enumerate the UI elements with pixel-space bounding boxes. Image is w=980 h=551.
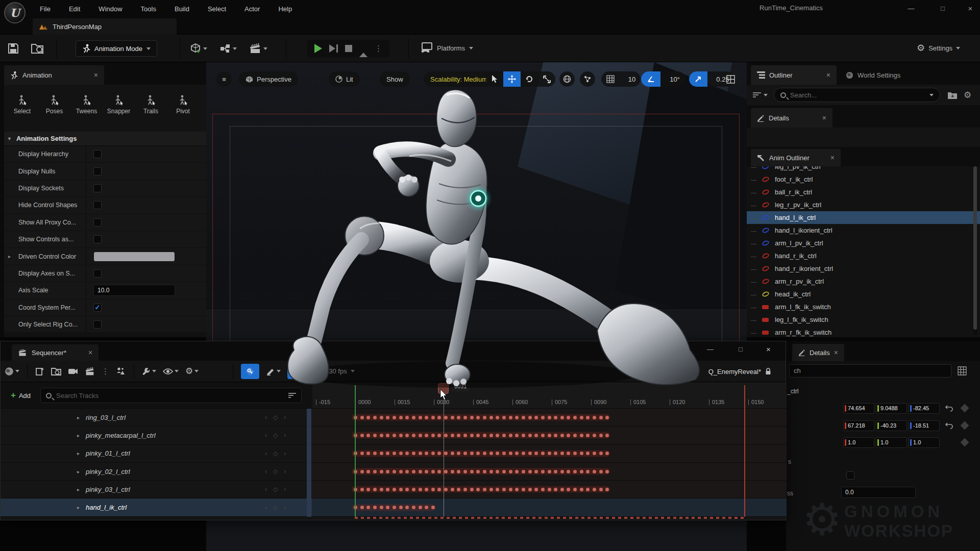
play-options-menu[interactable]: ⋮ [375,44,382,53]
sequence-browse-dropdown[interactable] [5,367,19,376]
chevron-right-icon[interactable]: ▸ [77,433,80,438]
keyframe-dot[interactable] [593,434,596,437]
keyframe-dot[interactable] [463,416,467,419]
keyframe-dot[interactable] [386,416,389,419]
next-key-icon[interactable]: › [284,414,286,421]
value-box[interactable]: -18.51 [909,420,940,431]
keyframe-dot[interactable] [457,470,460,473]
track-header[interactable]: ▸pinky_02_l_ctrl‹◇› [1,463,312,480]
scrollbar[interactable] [973,166,977,335]
playback-end-marker[interactable] [744,385,745,517]
keyframe-dot[interactable] [580,470,583,473]
close-button[interactable]: × [963,3,978,14]
keyframe-dot[interactable] [502,416,506,419]
tool-button-poses[interactable]: Poses [38,90,70,129]
stop-button[interactable] [345,45,352,52]
keyframe-dot[interactable] [451,470,454,473]
keyframe-dot[interactable] [522,470,525,473]
surface-snapping-toggle[interactable] [580,71,595,87]
keyframe-dot[interactable] [509,470,512,473]
keyframe-dot[interactable] [405,470,409,473]
tab-world-settings[interactable]: World Settings [840,65,937,85]
menu-actor[interactable]: Actor [237,3,267,15]
prev-key-icon[interactable]: ‹ [265,450,267,457]
track-header[interactable]: ▸hand_l_ik_ctrl‹◇› [1,498,312,516]
scale-tool-button[interactable] [538,71,555,87]
keyframe-dot[interactable] [419,470,422,473]
add-key-icon[interactable]: ◇ [273,486,278,493]
close-icon[interactable]: × [834,348,838,357]
grid-snap-control[interactable]: 10 [601,71,641,87]
tab-outliner[interactable]: Outliner × [751,65,837,85]
create-asset-button[interactable] [35,367,44,376]
keyframe-dot[interactable] [580,452,583,455]
keyframe-dot[interactable] [489,452,493,455]
cinematics-dropdown[interactable] [249,43,267,54]
close-icon[interactable]: × [88,348,92,357]
step-forward-button[interactable] [329,44,338,53]
track-timeline[interactable] [312,498,787,516]
keyframe-dot[interactable] [399,434,403,437]
keyframe-dot[interactable] [419,434,422,437]
keyframe-dot[interactable] [451,452,454,455]
keyframe-dot[interactable] [380,434,383,437]
select-tool-button[interactable] [486,71,503,87]
value-box[interactable]: 1.0 [876,437,907,448]
setting-checkbox[interactable] [93,184,102,192]
keyframe-dot[interactable] [444,488,448,491]
keyframe-dot[interactable] [425,470,428,473]
track-row-pinky_metacarpal_l_ctrl[interactable]: ▸pinky_metacarpal_l_ctrl‹◇› [1,427,787,444]
eject-button[interactable] [359,45,368,53]
keyframe-dot[interactable] [444,470,448,473]
keyframe-dot[interactable] [399,506,403,509]
tab-details-bottom[interactable]: Details × [792,344,844,361]
track-header[interactable]: ▸pinky_01_l_ctrl‹◇› [1,445,312,462]
chevron-right-icon[interactable]: ▸ [77,487,80,492]
keyframe-dot[interactable] [419,452,422,455]
keyframe-dot[interactable] [431,452,435,455]
prev-key-icon[interactable]: ‹ [265,486,267,493]
perspective-dropdown[interactable]: Perspective [239,71,298,87]
keyframe-dot[interactable] [528,452,532,455]
tool-button-snapper[interactable]: Snapper [103,90,135,129]
keyframe-dot[interactable] [470,470,474,473]
keyframe-dot[interactable] [541,488,545,491]
keyframe-dot[interactable] [548,488,551,491]
keyframe-dot[interactable] [541,434,545,437]
next-key-icon[interactable]: › [284,432,286,439]
keyframe-dot[interactable] [528,416,532,419]
menu-window[interactable]: Window [91,3,129,15]
setting-checkbox[interactable] [93,269,102,278]
keyframe-dot[interactable] [393,434,396,437]
keyframe-dot[interactable] [373,488,377,491]
keyframe-dot[interactable] [522,416,525,419]
show-dropdown[interactable]: Show [380,71,410,87]
keyframe-dot[interactable] [515,416,519,419]
keyframe-dot[interactable] [419,416,422,419]
keyframe-dot[interactable] [412,506,415,509]
move-tool-button[interactable] [503,71,521,87]
keyframe-dot[interactable] [470,434,474,437]
keyframe-dot[interactable] [380,470,383,473]
toolbar-overflow-button[interactable]: » [742,71,747,87]
anim-outliner-item[interactable]: —hand_l_ikorient_ctrl [747,224,980,237]
keyframe-dot[interactable] [483,488,486,491]
tool-button-trails[interactable]: Trails [135,90,167,129]
keyframe-dot[interactable] [502,470,506,473]
add-actor-button[interactable] [116,367,126,376]
anim-outliner-item[interactable]: —arm_l_fk_ik_switch [747,300,980,313]
keyframe-dot[interactable] [599,488,603,491]
keyframe-dot[interactable] [366,416,370,419]
world-space-toggle[interactable] [559,71,575,87]
anim-outliner-item[interactable]: —leg_l_fk_ik_switch [747,313,980,326]
lit-dropdown[interactable]: Lit [329,71,360,87]
keyframe-dot[interactable] [483,434,486,437]
platforms-dropdown[interactable]: Platforms [420,42,473,54]
keyframe-dot[interactable] [366,470,370,473]
minimize-button[interactable]: — [903,3,919,14]
tab-details[interactable]: Details × [751,108,832,128]
menu-select[interactable]: Select [201,3,233,15]
keyframe-dot[interactable] [548,470,551,473]
keyframe-dot[interactable] [360,488,364,491]
keyframe-dot[interactable] [534,488,538,491]
